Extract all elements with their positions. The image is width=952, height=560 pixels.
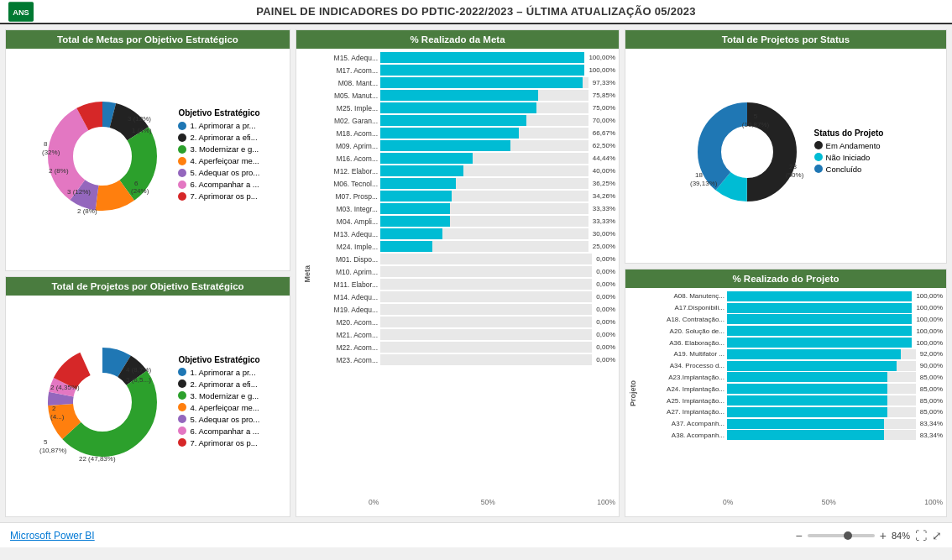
ans-logo-icon: ANS [8,2,34,22]
fullscreen-icon[interactable]: ⤢ [932,529,942,542]
rb-row-a24: A24. Implantação... 85,00% [641,384,943,394]
bar-track-m01 [380,254,592,264]
mid-x-label-100: 100% [597,498,615,506]
bar-row-m04: M04. Ampli... 33,33% [315,216,615,227]
legend-item-6: 6. Acompanhar a ... [178,180,259,189]
bar-track-m08 [380,77,588,88]
bar-value-m15: 100,00% [588,54,615,61]
rb-track-a08 [727,291,912,301]
bar-row-m23: M23. Acom... 0,00% [315,354,615,365]
bar-fill-m15 [380,52,584,63]
legend-label-4: 4. Aperfeiçoar me... [190,156,259,165]
bl-legend-dot-7 [178,438,186,447]
rb-value-a08: 100,00% [916,292,943,300]
bar-fill-m05 [380,90,538,101]
bar-row-m22: M22. Acom... 0,00% [315,342,615,353]
bar-value-m22: 0,00% [596,343,615,351]
rb-row-a08: A08. Manutenç... 100,00% [641,291,943,301]
bar-value-m05: 75,85% [593,92,615,99]
br-x-label-50: 50% [822,498,836,506]
rb-fill-a23 [727,372,887,382]
rb-value-a20: 100,00% [916,327,943,335]
bar-fill-m12 [380,165,463,176]
rb-label-a25: A25. Implantação... [641,397,724,405]
rb-value-a19: 92,00% [920,350,943,358]
bar-value-m18: 66,67% [593,129,615,137]
legend-label-6: 6. Acompanhar a ... [190,180,259,189]
mid-panel-title: % Realizado da Meta [296,30,619,49]
bar-row-m15: M15. Adequ... 100,00% [315,52,615,63]
zoom-minus-button[interactable]: − [796,529,803,542]
zoom-slider[interactable] [808,534,875,537]
bl-legend-label-5: 5. Adequar os pro... [190,415,259,424]
bar-track-m18 [380,128,588,139]
svg-text:(4...): (4...) [50,413,65,421]
bottom-left-donut-container: 4 (8,7%) 3 (6,5...) 22 (47,83%) 5 (10,87… [35,335,259,469]
bar-row-m11: M11. Elabor... 0,00% [315,279,615,290]
bar-fill-m07 [380,191,452,201]
tr-legend-item-2: Não Iniciado [814,153,884,162]
top-right-legend: Status do Projeto Em Andamento Não Inici… [814,128,884,176]
rb-row-a17: A17.Disponibili... 100,00% [641,303,943,313]
bar-label-m08: M08. Mant... [315,79,378,87]
svg-text:23: 23 [789,163,797,170]
rb-label-a17: A17.Disponibili... [641,304,724,311]
tr-legend-item-1: Em Andamento [814,141,884,150]
bottom-left-donut-svg: 4 (8,7%) 3 (6,5...) 22 (47,83%) 5 (10,87… [35,335,170,469]
legend-item-2: 2. Aprimorar a efi... [178,133,259,142]
bar-label-m13: M13. Adequ... [315,230,378,238]
bar-label-m21: M21. Acom... [315,331,378,339]
bottom-right-bar-inner: Projeto A08. Manutenç... 100,00% A17.Dis… [629,291,943,496]
bar-value-m09: 62,50% [593,142,615,149]
top-right-donut-svg: 5 (10,87%) 23 (50%) 18 (39,13%) [688,93,806,211]
bar-track-m25 [380,102,588,113]
rb-row-a25: A25. Implantação... 85,00% [641,395,943,406]
bar-fill-m06 [380,178,456,189]
bar-track-m02 [380,115,588,126]
zoom-plus-button[interactable]: + [880,529,887,542]
svg-text:(32%): (32%) [42,149,60,156]
bar-row-m25: M25. Imple... 75,00% [315,102,615,113]
bl-legend-label-6: 6. Acompanhar a ... [190,427,259,436]
rb-label-a20: A20. Solução de... [641,327,724,335]
bar-fill-m24 [380,241,432,252]
mid-x-axis: 0% 50% 100% [303,496,615,506]
bar-fill-m17 [380,65,584,76]
bar-row-m01: M01. Dispo... 0,00% [315,254,615,264]
legend-dot-2 [178,133,186,142]
bar-track-m19 [380,304,592,315]
bar-value-m04: 33,33% [593,217,615,225]
bar-track-m07 [380,191,588,201]
bar-row-m12: M12. Elabor... 40,00% [315,165,615,176]
bar-label-m20: M20. Acom... [315,318,378,327]
footer-powerbi-link[interactable]: Microsoft Power BI [10,530,95,542]
rb-label-a36: A36. Elaboração... [641,339,724,347]
footer: Microsoft Power BI − + 84% ⛶ ⤢ [0,522,952,547]
expand-icon[interactable]: ⛶ [915,529,927,542]
bar-value-m13: 30,00% [593,230,615,238]
top-left-chart-area: 1 (4%) 3 (12%) 6 (24%) 3 (12%) 2 (8%) 8 … [6,49,290,264]
rb-fill-a27 [727,407,887,417]
bar-fill-m25 [380,102,536,113]
rb-fill-a24 [727,384,887,394]
rb-row-a23: A23.Implantação... 85,00% [641,372,943,382]
legend-item-1: 1. Aprimorar a pr... [178,121,259,130]
tr-legend-dot-3 [814,165,823,173]
bl-legend-label-7: 7. Aprimorar os p... [190,438,257,447]
bar-value-m23: 0,00% [596,356,615,364]
legend-dot-5 [178,169,186,177]
bottom-right-chart-area: Projeto A08. Manutenç... 100,00% A17.Dis… [625,288,946,510]
bl-legend-dot-4 [178,403,186,411]
bar-value-m03: 33,33% [593,205,615,212]
bar-track-m15 [380,52,584,63]
bar-label-m10: M10. Aprim... [315,268,378,276]
bar-fill-m08 [380,77,583,88]
rb-label-a34: A34. Processo d... [641,362,724,369]
rb-track-a34 [727,361,916,371]
rb-row-a37: A37. Acompanh... 83,34% [641,419,943,429]
svg-text:5: 5 [44,438,48,446]
rb-track-a18 [727,314,912,324]
bar-track-m10 [380,266,592,277]
bar-value-m06: 36,25% [593,180,615,187]
svg-text:(24%): (24%) [131,187,149,195]
